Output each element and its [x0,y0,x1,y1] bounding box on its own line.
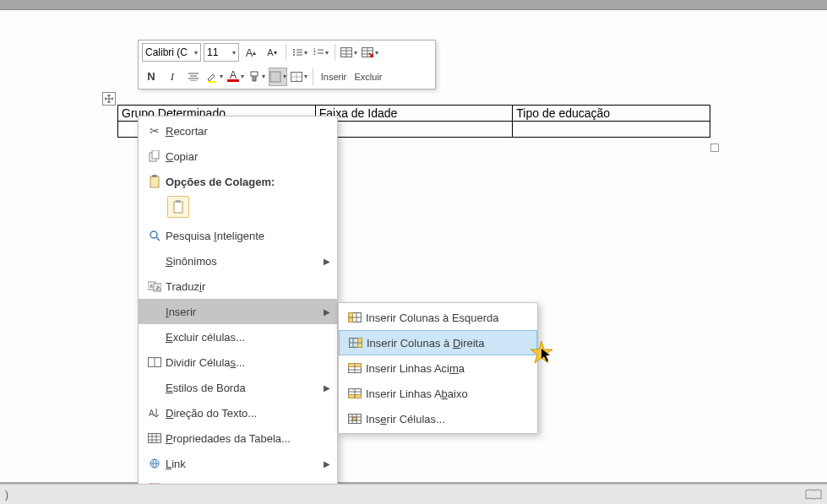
scissors-icon: ✂ [144,124,166,138]
insert-label: Inserir [321,72,347,82]
menu-label: Recortar [166,125,330,138]
menu-label: Link [166,458,324,470]
menu-item-text-direction[interactable]: A Direção do Texto... [139,400,337,425]
insert-submenu: Inserir Colunas à Esquerda Inserir Colun… [338,302,538,434]
menu-item-copy[interactable]: Copiar [139,144,337,169]
menu-label: Excluir células... [166,331,330,344]
shrink-font-button[interactable]: A▾ [263,43,281,62]
brush-icon [248,71,260,83]
paste-options-row [139,194,337,223]
menu-label: Traduzir [166,280,330,293]
table-cell[interactable] [315,122,513,138]
insert-cells-icon [344,414,366,424]
svg-text:A: A [149,409,155,418]
svg-rect-46 [149,434,161,443]
grid-delete-icon [362,47,373,57]
numbering-icon: 12 [313,48,324,57]
submenu-item-columns-left[interactable]: Inserir Colunas à Esquerda [339,305,537,330]
menu-label: Inserir Colunas à Direita [367,337,530,350]
bold-button[interactable]: N [142,68,161,86]
menu-label: Copiar [166,150,330,163]
menu-item-synonyms[interactable]: Sinônimos ▶ [139,248,337,274]
menu-label: Direção do Texto... [166,407,330,420]
table-move-handle[interactable] [102,92,116,106]
menu-item-insert[interactable]: Inserir ▶ [139,299,337,324]
clipboard-icon [144,175,166,188]
submenu-arrow-icon: ▶ [324,257,330,266]
svg-text:2: 2 [313,51,316,56]
grid-icon [340,47,352,57]
insert-row-above-icon [344,363,366,373]
menu-label: Pesquisa Inteligente [166,230,330,242]
table-delete-button[interactable] [361,43,379,62]
text-direction-icon: A [144,407,166,419]
paste-keep-formatting-button[interactable] [167,196,189,218]
table-resize-handle[interactable] [710,144,719,152]
status-bar: ) [0,484,827,504]
svg-point-4 [293,54,295,56]
insert-menu-button[interactable]: Inserir [318,72,350,82]
separator [313,68,313,85]
read-mode-icon [805,489,822,501]
menu-label: Inserir [166,306,324,318]
table-cell[interactable]: Tipo de educação [513,106,710,122]
menu-label: Inserir Células... [366,413,530,425]
submenu-arrow-icon: ▶ [324,307,330,317]
svg-rect-34 [174,202,182,213]
menu-label: Inserir Linhas Acima [366,362,530,375]
delete-menu-button[interactable]: Excluir [352,72,384,82]
shading-button[interactable] [269,68,287,86]
menu-label: Sinônimos [166,255,324,268]
submenu-item-rows-below[interactable]: Inserir Linhas Abaixo [339,381,537,406]
svg-rect-25 [251,72,258,76]
borders-button[interactable] [290,68,308,86]
align-icon [188,73,199,81]
submenu-item-columns-right[interactable]: Inserir Colunas à Direita [339,330,537,355]
font-name-combo[interactable]: Calibri (C▾ [142,43,201,62]
font-name-value: Calibri (C [145,46,188,58]
move-icon [105,95,113,103]
insert-col-left-icon [344,312,366,322]
menu-item-split-cells[interactable]: Dividir Células... [139,350,337,375]
svg-rect-32 [150,176,159,187]
svg-rect-31 [152,150,159,159]
delete-label: Excluir [354,72,382,82]
submenu-item-rows-above[interactable]: Inserir Linhas Acima [339,355,537,381]
menu-item-smart-lookup[interactable]: Pesquisa Inteligente [139,223,337,248]
menu-item-border-styles[interactable]: Estilos de Borda ▶ [139,375,337,400]
bullets-icon [292,48,302,57]
numbering-button[interactable]: 12 [312,43,330,62]
insert-row-below-icon [344,388,366,398]
menu-item-cut[interactable]: ✂ Recortar [139,118,337,144]
format-painter-button[interactable] [248,68,266,86]
table-grid-button[interactable] [340,43,358,62]
submenu-item-insert-cells[interactable]: Inserir Células... [339,406,537,431]
menu-label: Inserir Linhas Abaixo [366,387,530,400]
grow-font-button[interactable]: A▴ [242,43,260,62]
mini-toolbar-row-1: Calibri (C▾ 11▾ A▴ A▾ 12 [139,41,435,65]
borders-icon [291,72,302,82]
menu-item-link[interactable]: Link ▶ [139,451,337,476]
menu-label: Opções de Colagem: [166,176,330,188]
svg-text:a: a [150,283,153,289]
italic-button[interactable]: I [163,68,182,86]
insert-col-right-icon [345,338,367,348]
menu-item-translate[interactable]: aあ Traduzir [139,274,337,299]
bullets-button[interactable] [291,43,309,62]
font-size-value: 11 [207,46,218,58]
view-controls[interactable] [805,489,822,501]
menu-item-delete-cells[interactable]: Excluir células... [139,324,337,350]
chevron-down-icon: ▾ [194,49,198,57]
mini-toolbar: Calibri (C▾ 11▾ A▴ A▾ 12 N I A Inserir E… [138,40,436,89]
font-color-button[interactable]: A [226,68,245,86]
highlight-button[interactable] [205,68,224,86]
document-page: Grupo Determinado Faixa de Idade Tipo de… [0,9,827,482]
menu-item-table-properties[interactable]: Propriedades da Tabela... [139,425,337,451]
separator [335,44,335,61]
table-cell[interactable]: Faixa de Idade [315,106,513,122]
font-size-combo[interactable]: 11▾ [204,43,239,62]
align-center-button[interactable] [184,68,203,86]
search-icon [144,230,166,241]
menu-label: Inserir Colunas à Esquerda [366,312,530,324]
table-cell[interactable] [513,122,710,138]
